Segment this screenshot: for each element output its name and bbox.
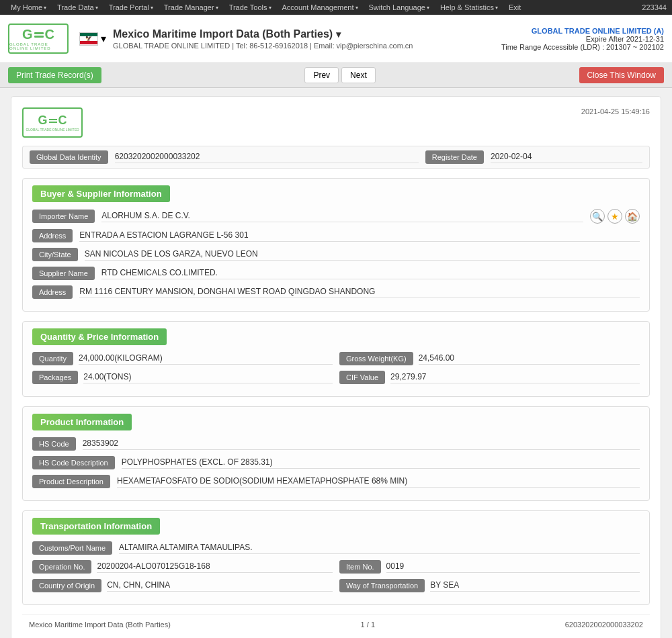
- user-id: 223344: [642, 3, 667, 11]
- product-header: Product Information: [32, 414, 132, 430]
- company-name: GLOBAL TRADE ONLINE LIMITED (A): [501, 27, 664, 35]
- nav-trade-data[interactable]: Trade Data▾: [52, 0, 103, 15]
- supplier-name-label: Supplier Name: [32, 267, 95, 280]
- item-no-label: Item No.: [339, 560, 381, 574]
- gross-weight-value: 24,546.00: [419, 353, 640, 365]
- title-dropdown[interactable]: ▾: [336, 29, 341, 40]
- nav-trade-manager[interactable]: Trade Manager▾: [159, 0, 224, 15]
- supplier-address-row: Address RM 1116 CENTURY MANSION, DONGHAI…: [32, 285, 640, 299]
- item-no-col: Item No. 0019: [339, 560, 640, 574]
- packages-value: 24.00(TONS): [83, 372, 333, 383]
- operation-label: Operation No.: [32, 560, 91, 574]
- product-section: Product Information HS Code 28353902 HS …: [22, 406, 650, 501]
- logo-area: G C GLOBAL TRADE ONLINE LIMITED 🦅 ▾: [8, 24, 106, 54]
- country-origin-value: CN, CHN, CHINA: [107, 580, 333, 592]
- customs-port-value: ALTAMIRA ALTAMIRA TAMAULIPAS.: [119, 543, 640, 554]
- country-origin-label: Country of Origin: [32, 579, 101, 592]
- product-description-value: HEXAMETAFOSFATO DE SODIO(SODIUM HEXAMETA…: [117, 476, 640, 488]
- next-button-top[interactable]: Next: [341, 67, 376, 83]
- city-state-value: SAN NICOLAS DE LOS GARZA, NUEVO LEON: [85, 249, 640, 261]
- operation-col: Operation No. 20200204-ALO070125G18-168: [32, 560, 333, 574]
- record-header: G C GLOBAL TRADE ONLINE LIMITED 2021-04-…: [22, 107, 650, 138]
- record-timestamp: 2021-04-25 15:49:16: [581, 107, 650, 116]
- supplier-name-row: Supplier Name RTD CHEMICALS CO.LIMITED.: [32, 267, 640, 280]
- global-data-identity-value: 6203202002000033202: [115, 152, 419, 163]
- expire-date: Expire After 2021-12-31: [501, 35, 664, 43]
- cif-value-label: CIF Value: [339, 371, 385, 384]
- buyer-supplier-section: Buyer & Supplier Information Importer Na…: [22, 178, 650, 312]
- nav-trade-tools[interactable]: Trade Tools▾: [224, 0, 277, 15]
- main-content: G C GLOBAL TRADE ONLINE LIMITED 2021-04-…: [0, 88, 672, 638]
- supplier-name-value: RTD CHEMICALS CO.LIMITED.: [101, 268, 640, 279]
- supplier-address-label: Address: [32, 285, 73, 299]
- quantity-col: Quantity 24,000.00(KILOGRAM): [32, 352, 333, 365]
- way-transport-value: BY SEA: [430, 580, 640, 592]
- hs-code-value: 28353902: [83, 439, 640, 450]
- hs-code-label: HS Code: [32, 437, 76, 451]
- search-icon[interactable]: 🔍: [590, 209, 605, 224]
- customs-port-row: Customs/Port Name ALTAMIRA ALTAMIRA TAMA…: [32, 541, 640, 555]
- home-icon[interactable]: 🏠: [625, 209, 640, 224]
- operation-value: 20200204-ALO070125G18-168: [97, 561, 333, 573]
- importer-address-label: Address: [32, 229, 73, 242]
- header-bar: G C GLOBAL TRADE ONLINE LIMITED 🦅 ▾ Mex: [0, 15, 672, 63]
- record-footer-right: 6203202002000033202: [565, 621, 643, 629]
- flag-dropdown[interactable]: ▾: [101, 32, 106, 45]
- toolbar-top: Print Trade Record(s) Prev Next Close Th…: [0, 63, 672, 88]
- hs-description-label: HS Code Description: [32, 456, 115, 469]
- country-origin-col: Country of Origin CN, CHN, CHINA: [32, 579, 333, 592]
- cif-value-value: 29,279.97: [390, 372, 640, 383]
- packages-row: Packages 24.00(TONS) CIF Value 29,279.97: [32, 371, 640, 384]
- print-button-top[interactable]: Print Trade Record(s): [8, 67, 101, 83]
- record-logo: G C GLOBAL TRADE ONLINE LIMITED: [22, 107, 83, 138]
- header-subtitle: GLOBAL TRADE ONLINE LIMITED | Tel: 86-51…: [113, 42, 501, 50]
- mexico-flag: 🦅: [79, 32, 98, 46]
- page-title: Mexico Maritime Import Data (Both Partie…: [113, 28, 501, 40]
- gross-weight-col: Gross Weight(KG) 24,546.00: [339, 352, 640, 365]
- gross-weight-label: Gross Weight(KG): [339, 352, 413, 365]
- nav-account-management[interactable]: Account Management▾: [277, 0, 364, 15]
- hs-description-row: HS Code Description POLYPHOSPHATES (EXCL…: [32, 456, 640, 469]
- city-state-row: City/State SAN NICOLAS DE LOS GARZA, NUE…: [32, 248, 640, 261]
- nav-my-home[interactable]: My Home▾: [5, 0, 52, 15]
- identity-row: Global Data Identity 6203202002000033202…: [22, 146, 650, 169]
- country-flag-area: 🦅 ▾: [79, 32, 106, 46]
- record-footer-center: 1 / 1: [361, 621, 375, 629]
- importer-address-value: ENTRADA A ESTACION LAGRANGE L-56 301: [79, 230, 640, 242]
- nav-exit[interactable]: Exit: [503, 0, 526, 15]
- quantity-value: 24,000.00(KILOGRAM): [79, 353, 333, 365]
- nav-trade-portal[interactable]: Trade Portal▾: [103, 0, 159, 15]
- transportation-section: Transportation Information Customs/Port …: [22, 510, 650, 605]
- product-description-row: Product Description HEXAMETAFOSFATO DE S…: [32, 475, 640, 488]
- importer-name-label: Importer Name: [32, 210, 95, 223]
- way-transport-label: Way of Transportation: [339, 579, 425, 592]
- header-right: GLOBAL TRADE ONLINE LIMITED (A) Expire A…: [501, 27, 664, 51]
- time-range: Time Range Accessible (LDR) : 201307 ~ 2…: [501, 43, 664, 51]
- hs-description-value: POLYPHOSPHATES (EXCL. OF 2835.31): [122, 457, 640, 469]
- prev-button-top[interactable]: Prev: [304, 67, 339, 83]
- company-logo: G C GLOBAL TRADE ONLINE LIMITED: [8, 24, 69, 54]
- hs-code-row: HS Code 28353902: [32, 437, 640, 451]
- record-card: G C GLOBAL TRADE ONLINE LIMITED 2021-04-…: [11, 96, 661, 638]
- supplier-address-value: RM 1116 CENTURY MANSION, DONGHAI WEST RO…: [79, 287, 640, 298]
- register-date-label: Register Date: [425, 150, 484, 164]
- buyer-supplier-header: Buyer & Supplier Information: [32, 185, 170, 202]
- star-icon[interactable]: ★: [607, 209, 622, 224]
- quantity-row: Quantity 24,000.00(KILOGRAM) Gross Weigh…: [32, 352, 640, 365]
- nav-help-statistics[interactable]: Help & Statistics▾: [435, 0, 503, 15]
- city-state-label: City/State: [32, 248, 78, 261]
- global-data-identity-label: Global Data Identity: [30, 150, 108, 164]
- importer-name-value: ALORHUM S.A. DE C.V.: [101, 211, 583, 222]
- product-description-label: Product Description: [32, 475, 110, 488]
- quantity-price-section: Quantity & Price Information Quantity 24…: [22, 321, 650, 397]
- quantity-label: Quantity: [32, 352, 73, 365]
- importer-icons: 🔍 ★ 🏠: [590, 209, 640, 224]
- close-window-button-top[interactable]: Close This Window: [579, 67, 664, 83]
- packages-col: Packages 24.00(TONS): [32, 371, 333, 384]
- nav-switch-language[interactable]: Switch Language▾: [364, 0, 435, 15]
- packages-label: Packages: [32, 371, 78, 384]
- record-footer-left: Mexico Maritime Import Data (Both Partie…: [29, 621, 171, 629]
- quantity-price-header: Quantity & Price Information: [32, 328, 167, 345]
- header-title-area: Mexico Maritime Import Data (Both Partie…: [113, 28, 501, 50]
- top-navigation: My Home▾ Trade Data▾ Trade Portal▾ Trade…: [0, 0, 672, 15]
